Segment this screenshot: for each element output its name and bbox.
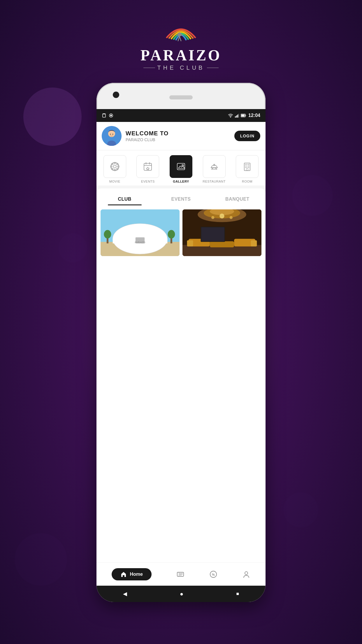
gallery-grid: PARAIZO (96, 205, 266, 260)
svg-point-34 (214, 164, 215, 165)
tickets-icon (176, 570, 184, 578)
svg-point-50 (168, 230, 175, 239)
nav-icons-row: MOVIE EVENTS (96, 150, 266, 186)
home-hardware-button[interactable]: ● (180, 591, 183, 597)
svg-rect-12 (241, 115, 245, 117)
events-icon (143, 161, 153, 172)
gallery-image-interior[interactable] (182, 209, 261, 256)
svg-point-18 (113, 165, 116, 168)
signal-icon (235, 113, 239, 118)
nav-item-restaurant[interactable]: RESTAURANT (199, 155, 230, 183)
svg-text:%: % (212, 573, 215, 576)
svg-rect-6 (235, 116, 236, 118)
svg-point-16 (113, 134, 113, 135)
svg-point-20 (114, 169, 115, 171)
logo-graphic (164, 18, 198, 44)
profile-icon (242, 570, 250, 578)
movie-label: MOVIE (109, 180, 120, 183)
status-left-icons (102, 113, 113, 118)
room-label: ROOM (242, 180, 252, 183)
svg-point-15 (110, 134, 111, 135)
status-bar: 12:04 (96, 109, 266, 122)
battery-icon (241, 114, 247, 117)
login-button[interactable]: LOGIN (234, 131, 260, 141)
app-content: WELCOME TO PARAIZO CLUB LOGIN (96, 122, 266, 586)
nav-item-events[interactable]: EVENTS (133, 155, 164, 183)
circle-status-icon (109, 113, 113, 118)
room-icon-box (236, 155, 259, 178)
nav-item-gallery[interactable]: GALLERY (166, 155, 196, 183)
app-header: WELCOME TO PARAIZO CLUB LOGIN (96, 122, 266, 150)
room-icon (242, 161, 252, 172)
avatar (102, 126, 122, 146)
home-icon (120, 571, 127, 578)
bottom-nav: Home % (96, 562, 266, 586)
svg-point-19 (114, 162, 115, 164)
restaurant-icon-box (203, 155, 226, 178)
welcome-label: WELCOME TO (126, 130, 230, 137)
gallery-icon (176, 161, 186, 172)
home-nav-button[interactable]: Home (112, 568, 151, 580)
nav-item-room[interactable]: ROOM (232, 155, 263, 183)
restaurant-icon (209, 161, 219, 172)
gallery-tabs: CLUB EVENTS BANQUET (96, 191, 266, 205)
gallery-section: CLUB EVENTS BANQUET (96, 188, 266, 562)
svg-text:PARAIZO: PARAIZO (135, 241, 145, 244)
phone-device: 12:04 (96, 83, 266, 602)
svg-point-26 (117, 163, 118, 165)
svg-point-74 (245, 572, 248, 575)
gallery-empty-space (96, 260, 266, 562)
nav-item-movie[interactable]: MOVIE (99, 155, 130, 183)
svg-rect-7 (236, 116, 237, 118)
android-nav-bar: ◀ ● ■ (96, 586, 266, 602)
svg-rect-37 (248, 164, 249, 165)
movie-icon (110, 161, 120, 172)
svg-rect-40 (246, 169, 248, 171)
svg-point-22 (117, 166, 119, 167)
club-name-label: PARAIZO CLUB (126, 137, 230, 142)
camera-hole (113, 92, 119, 98)
svg-rect-38 (245, 167, 247, 168)
back-button[interactable]: ◀ (123, 591, 127, 597)
gallery-icon-box (170, 155, 192, 178)
svg-rect-36 (245, 164, 247, 165)
events-label: EVENTS (141, 180, 155, 183)
gallery-image-exterior[interactable]: PARAIZO (101, 209, 180, 256)
profile-nav-button[interactable] (242, 570, 250, 578)
svg-rect-11 (245, 115, 246, 116)
svg-point-5 (230, 117, 231, 118)
status-right-icons: 12:04 (228, 113, 260, 118)
svg-point-25 (112, 168, 113, 170)
movie-icon-box (103, 155, 126, 178)
status-time: 12:04 (248, 113, 260, 118)
svg-rect-35 (244, 163, 250, 171)
offers-icon: % (209, 570, 217, 578)
svg-rect-8 (237, 115, 238, 118)
clipboard-icon (102, 113, 106, 118)
svg-rect-2 (103, 113, 105, 114)
phone-top (96, 83, 266, 109)
tab-banquet[interactable]: BANQUET (209, 191, 266, 205)
svg-point-48 (104, 230, 111, 239)
svg-point-21 (110, 166, 112, 167)
gallery-label: GALLERY (173, 180, 189, 183)
svg-rect-39 (248, 167, 249, 168)
restaurant-label: RESTAURANT (203, 180, 226, 183)
logo-area: PARAIZO THE CLUB (140, 18, 222, 71)
svg-point-23 (112, 163, 113, 165)
recent-button[interactable]: ■ (236, 591, 239, 596)
tab-events[interactable]: EVENTS (153, 191, 209, 205)
events-icon-box (136, 155, 159, 178)
brand-subtitle: THE CLUB (143, 64, 219, 71)
home-nav-label: Home (130, 572, 143, 577)
svg-rect-9 (238, 114, 239, 118)
speaker-grill (169, 95, 193, 99)
wifi-icon (228, 113, 233, 118)
offers-nav-button[interactable]: % (209, 570, 217, 578)
brand-name: PARAIZO (140, 47, 222, 64)
tab-club[interactable]: CLUB (96, 191, 153, 205)
header-text: WELCOME TO PARAIZO CLUB (126, 130, 230, 142)
svg-point-24 (117, 168, 118, 170)
tickets-nav-button[interactable] (176, 570, 184, 578)
svg-point-4 (110, 115, 112, 116)
